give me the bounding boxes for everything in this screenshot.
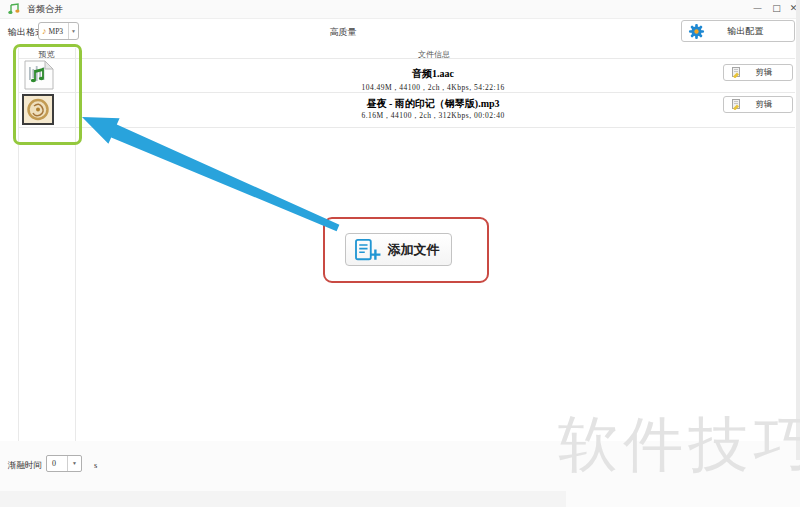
audio-file-thumbnail xyxy=(22,60,56,90)
window-title: 音频合并 xyxy=(27,3,63,16)
table-left-border xyxy=(18,48,19,441)
minimize-button[interactable]: — xyxy=(750,1,765,16)
maximize-button[interactable]: □ xyxy=(769,1,784,16)
window-right-edge xyxy=(796,0,800,460)
clip-icon xyxy=(731,67,742,78)
clip-button-label: 剪辑 xyxy=(742,99,792,111)
preview-column-header: 预览 xyxy=(18,49,75,60)
row-divider-1 xyxy=(18,92,795,93)
seconds-unit-label: s xyxy=(94,460,97,470)
clip-button-label: 剪辑 xyxy=(742,67,792,79)
row-divider-2 xyxy=(18,127,795,128)
title-bar xyxy=(0,0,800,19)
clip-icon xyxy=(731,99,742,110)
fade-time-value: 0 xyxy=(47,459,67,468)
quality-label: 高质量 xyxy=(330,26,357,39)
audio-merge-window: 音频合并 — □ ✕ 输出格式 ♪ MP3 ▼ 高质量 输出配置 预览 文件信息 xyxy=(0,0,800,507)
gear-icon xyxy=(688,23,705,40)
add-file-label: 添加文件 xyxy=(382,241,451,259)
fade-time-select[interactable]: 0 ▼ xyxy=(46,455,82,472)
output-config-button[interactable]: 输出配置 xyxy=(681,20,795,42)
clip-button-1[interactable]: 剪辑 xyxy=(723,64,793,81)
add-file-button[interactable]: 添加文件 xyxy=(345,233,452,266)
file-name[interactable]: 昼夜 - 雨的印记（钢琴版).mp3 xyxy=(75,97,791,111)
add-file-icon xyxy=(354,238,382,262)
file-name[interactable]: 音频1.aac xyxy=(75,67,791,81)
chevron-down-icon: ▼ xyxy=(67,456,81,471)
clip-button-2[interactable]: 剪辑 xyxy=(723,96,793,113)
chevron-down-icon: ▼ xyxy=(68,23,78,39)
file-details: 104.49M , 44100 , 2ch , 4Kbps, 54:22:16 xyxy=(75,83,791,92)
fade-time-label: 渐融时间 xyxy=(8,460,42,472)
file-info-column-header: 文件信息 xyxy=(75,49,793,60)
bottom-strip xyxy=(0,491,566,507)
output-format-select[interactable]: ♪ MP3 ▼ xyxy=(38,22,79,40)
music-note-icon: ♪ xyxy=(42,27,47,36)
app-music-icon xyxy=(7,3,20,16)
album-art-thumbnail xyxy=(22,94,54,125)
file-details: 6.16M , 44100 , 2ch , 312Kbps, 00:02:40 xyxy=(75,111,791,120)
output-config-label: 输出配置 xyxy=(705,25,794,38)
output-format-value: MP3 xyxy=(49,27,69,36)
